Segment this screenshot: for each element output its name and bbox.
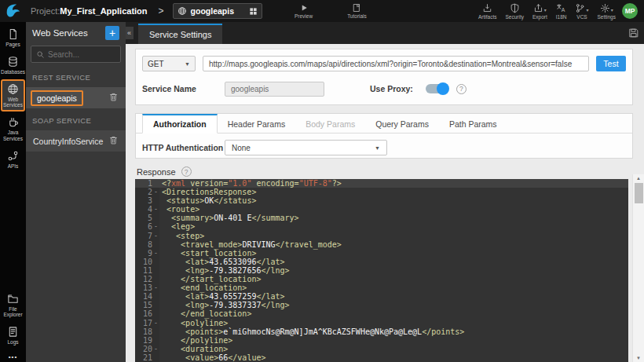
collapse-panel-button[interactable]: « <box>125 27 134 39</box>
project-name: My_First_Application <box>60 6 147 16</box>
search-input[interactable] <box>48 50 114 59</box>
gutter-cell <box>152 179 159 188</box>
security-icon <box>510 3 520 13</box>
service-name-input[interactable] <box>225 82 324 97</box>
play-icon <box>299 3 309 13</box>
tab-query-params[interactable]: Query Params <box>365 114 439 133</box>
export-icon <box>533 3 543 13</box>
line-number: 19 <box>135 336 152 345</box>
url-input[interactable] <box>203 56 589 71</box>
sidebar-item-pages[interactable]: Pages <box>1 24 25 51</box>
line-number: 14 <box>135 292 152 301</box>
tab-authorization[interactable]: Authorization <box>142 114 218 133</box>
delete-service-button[interactable] <box>108 135 119 147</box>
breadcrumb: Project:My_First_Application <box>31 6 148 16</box>
fold-marker-icon[interactable]: - <box>152 345 159 353</box>
line-number: 7 <box>135 232 152 240</box>
export-button[interactable]: ▾ Export <box>531 3 549 20</box>
line-number: 4 <box>135 205 152 214</box>
scrollbar-thumb[interactable] <box>635 183 643 203</box>
panel-title: Web Services <box>32 28 88 38</box>
gutter-cell <box>152 275 159 283</box>
preview-label: Preview <box>295 13 313 19</box>
sidebar-item-databases[interactable]: Databases <box>1 52 25 79</box>
tutorials-label: Tutorials <box>347 13 367 19</box>
pages-icon <box>7 28 19 40</box>
line-number: 6 <box>135 222 152 231</box>
grid-icon[interactable] <box>249 7 258 16</box>
java-services-icon <box>7 116 19 128</box>
service-selector[interactable]: googleapis <box>173 3 262 19</box>
line-number: 8 <box>135 240 152 249</box>
fold-marker-icon[interactable]: - <box>152 283 159 292</box>
tab-body-params[interactable]: Body Params <box>295 114 365 133</box>
security-button[interactable]: Security <box>503 3 525 20</box>
use-proxy-toggle[interactable] <box>426 84 448 93</box>
fold-marker-icon[interactable]: - <box>152 232 159 240</box>
app-logo-icon[interactable] <box>0 2 26 20</box>
service-settings-content: GET ▼ Test Service Name Use Proxy: ? Aut… <box>126 44 644 362</box>
sidebar: PagesDatabasesWeb ServicesJava ServicesA… <box>0 22 26 362</box>
line-number: 17 <box>135 319 152 327</box>
editor-tabbar: « Service Settings <box>126 22 644 44</box>
method-select[interactable]: GET ▼ <box>142 56 196 71</box>
settings-button[interactable]: ▾ Settings <box>596 3 618 20</box>
help-icon[interactable]: ? <box>181 166 192 177</box>
tab-path-params[interactable]: Path Params <box>439 114 507 133</box>
code-line: 17- <polyline> <box>135 319 628 327</box>
line-number: 5 <box>135 214 152 222</box>
sidebar-item-apis[interactable]: APIs <box>1 146 25 173</box>
scroll-up-icon[interactable]: ▲ <box>636 174 641 182</box>
line-number: 18 <box>135 327 152 336</box>
gutter-cell <box>152 327 159 336</box>
sidebar-overflow-button[interactable]: ••• <box>0 353 26 360</box>
sidebar-item-logs[interactable]: Logs <box>1 322 25 349</box>
tab-header-params[interactable]: Header Params <box>218 114 296 133</box>
logs-icon <box>7 326 19 338</box>
response-code-editor[interactable]: 1<?xml version="1.0" encoding="UTF-8"?> … <box>135 179 628 362</box>
avatar[interactable]: MP <box>622 3 638 19</box>
sidebar-item-web-services[interactable]: Web Services <box>1 79 25 112</box>
vcs-button[interactable]: ▾ VCS <box>573 3 590 20</box>
line-number: 15 <box>135 301 152 309</box>
http-auth-select[interactable]: None ▼ <box>225 140 387 155</box>
method-value: GET <box>148 60 164 68</box>
code-line: 4- <route> <box>135 205 628 214</box>
line-number: 16 <box>135 309 152 318</box>
code-line: 6- <leg> <box>135 222 628 231</box>
i18n-button[interactable]: A I18N <box>554 3 569 20</box>
sidebar-item-java-services[interactable]: Java Services <box>1 112 25 145</box>
databases-icon <box>7 56 19 68</box>
service-item-googleapis[interactable]: googleapis <box>26 87 126 108</box>
sidebar-item-file-explorer[interactable]: File Explorer <box>1 289 25 322</box>
add-service-button[interactable]: + <box>105 26 119 40</box>
fold-marker-icon[interactable]: - <box>152 205 159 214</box>
delete-service-button[interactable] <box>108 92 119 104</box>
code-line: 14 <lat>43.6557259</lat> <box>135 292 628 301</box>
scroll-down-icon[interactable]: ▼ <box>636 354 641 362</box>
artifacts-icon <box>482 3 492 13</box>
section-label-soap-service: SOAP SERVICE <box>26 109 126 130</box>
fold-marker-icon[interactable]: - <box>152 188 159 196</box>
code-line: 2-<DirectionsResponse> <box>135 188 628 196</box>
vertical-scrollbar[interactable]: ▲ ▼ <box>632 174 644 362</box>
chevron-down-icon: ▾ <box>544 7 547 13</box>
tutorials-button[interactable]: Tutorials <box>346 0 368 22</box>
preview-button[interactable]: Preview <box>293 0 314 22</box>
toggle-knob <box>437 82 449 95</box>
service-item-countryinfoservice[interactable]: CountryInfoService <box>26 130 126 152</box>
fold-marker-icon[interactable]: - <box>152 222 159 231</box>
artifacts-button[interactable]: Artifacts <box>477 3 498 20</box>
fold-marker-icon[interactable]: - <box>152 319 159 327</box>
save-button[interactable] <box>628 27 639 38</box>
test-button[interactable]: Test <box>596 56 626 71</box>
fold-marker-icon[interactable]: - <box>152 249 159 258</box>
help-icon[interactable]: ? <box>456 84 467 94</box>
trash-icon <box>108 135 119 145</box>
tab-service-settings[interactable]: Service Settings <box>138 24 222 44</box>
code-line: 3 <status>OK</status> <box>135 196 628 205</box>
selected-service-name: googleapis <box>191 6 245 16</box>
web-services-icon <box>7 83 19 95</box>
code-line: 9- <start_location> <box>135 249 628 258</box>
i18n-icon: A <box>556 3 566 13</box>
